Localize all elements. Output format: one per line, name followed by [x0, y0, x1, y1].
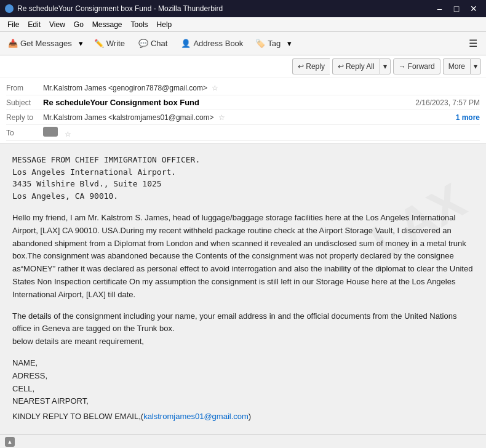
get-messages-group: 📥 Get Messages ▾ — [4, 34, 86, 53]
address-book-icon: 👤 — [181, 39, 191, 48]
app-icon — [5, 4, 14, 13]
email-content-area: LAX MESSAGE FROM CHIEF IMMIGRATION OFFIC… — [0, 144, 486, 434]
tag-arrow[interactable]: ▾ — [284, 34, 295, 53]
kindly-end: ) — [249, 412, 251, 421]
reply-all-group: ↩ Reply All ▾ — [332, 58, 391, 74]
reply-label: Reply — [306, 62, 325, 71]
email-date: 2/16/2023, 7:57 PM — [415, 98, 480, 107]
menu-edit[interactable]: Edit — [24, 19, 44, 30]
email-kindly-line: KINDLY REPLY TO BELOW EMAIL,(kalstromjam… — [12, 410, 474, 423]
get-messages-arrow[interactable]: ▾ — [76, 34, 86, 53]
tag-label: Tag — [268, 39, 281, 48]
connection-icon: ▲ — [5, 437, 15, 447]
more-button[interactable]: More — [443, 58, 470, 74]
write-button[interactable]: ✏️ Write — [89, 34, 130, 53]
menu-file[interactable]: File — [4, 19, 23, 30]
email-paragraph-1: Hello my friend, I am Mr. Kalstrom S. Ja… — [12, 212, 474, 302]
reply-all-arrow[interactable]: ▾ — [380, 58, 391, 74]
from-value: Mr.Kalstrom James <genogiron7878@gmail.c… — [43, 84, 480, 92]
menu-message[interactable]: Message — [89, 19, 126, 30]
address-book-button[interactable]: 👤 Address Book — [175, 34, 249, 53]
email-header: ↩ Reply ↩ Reply All ▾ → Forward More ▾ — [0, 55, 486, 144]
maximize-button[interactable]: □ — [449, 3, 464, 14]
reply-all-button[interactable]: ↩ Reply All — [332, 58, 380, 74]
more-label: More — [448, 62, 465, 71]
to-label: To — [6, 129, 43, 137]
forward-icon: → — [399, 62, 406, 71]
subject-label: Subject — [6, 98, 43, 107]
email-paragraph-2: The details of the consignment including… — [12, 310, 474, 348]
main-toolbar: 📥 Get Messages ▾ ✏️ Write 💬 Chat 👤 Addre… — [0, 32, 486, 55]
reply-all-label: Reply All — [346, 62, 375, 71]
reply-to-star-icon[interactable]: ☆ — [218, 113, 225, 122]
chat-label: Chat — [151, 39, 167, 48]
from-star-icon[interactable]: ☆ — [212, 84, 218, 92]
reply-to-label: Reply to — [6, 113, 43, 122]
kindly-text: KINDLY REPLY TO BELOW EMAIL,( — [12, 412, 143, 421]
menu-go[interactable]: Go — [70, 19, 87, 30]
subject-value: Re scheduleYour Consignment box Fund — [43, 98, 415, 107]
email-fields: From Mr.Kalstrom James <genogiron7878@gm… — [0, 78, 486, 143]
minimize-button[interactable]: ‒ — [432, 3, 447, 14]
from-label: From — [6, 84, 43, 92]
write-icon: ✏️ — [94, 39, 104, 48]
reply-to-text: Mr.Kalstrom James <kalstromjames01@gmail… — [43, 113, 214, 122]
more-recipients[interactable]: 1 more — [456, 113, 480, 122]
window-title: Re scheduleYour Consignment box Fund - M… — [17, 4, 223, 13]
hamburger-button[interactable]: ☰ — [464, 35, 482, 52]
main-layout: ↩ Reply ↩ Reply All ▾ → Forward More ▾ — [0, 55, 486, 448]
menu-tools[interactable]: Tools — [127, 19, 152, 30]
subject-row: Subject Re scheduleYour Consignment box … — [6, 95, 480, 110]
chat-icon: 💬 — [138, 39, 148, 48]
tag-group: 🏷️ Tag ▾ — [251, 34, 295, 53]
forward-label: Forward — [408, 62, 435, 71]
reply-group: ↩ Reply — [292, 58, 330, 74]
forward-button[interactable]: → Forward — [393, 58, 440, 74]
reply-to-row: Reply to Mr.Kalstrom James <kalstromjame… — [6, 110, 480, 125]
reply-to-value: Mr.Kalstrom James <kalstromjames01@gmail… — [43, 113, 456, 122]
reply-button[interactable]: ↩ Reply — [292, 58, 330, 74]
reply-all-icon: ↩ — [338, 62, 344, 71]
title-bar: Re scheduleYour Consignment box Fund - M… — [0, 0, 486, 17]
tag-button[interactable]: 🏷️ Tag — [251, 34, 284, 53]
menu-help[interactable]: Help — [153, 19, 176, 30]
to-row: To ☆ — [6, 125, 480, 141]
email-action-toolbar: ↩ Reply ↩ Reply All ▾ → Forward More ▾ — [0, 55, 486, 78]
recipient-avatar — [43, 127, 58, 137]
email-paragraph-3: Once I confirm you as the actual recipie… — [12, 432, 474, 434]
menu-bar: File Edit View Go Message Tools Help — [0, 17, 486, 32]
reply-icon: ↩ — [298, 62, 304, 71]
more-arrow[interactable]: ▾ — [470, 58, 481, 74]
menu-view[interactable]: View — [46, 19, 69, 30]
to-value: ☆ — [43, 127, 480, 138]
get-messages-label: Get Messages — [20, 39, 72, 48]
email-preformatted: MESSAGE FROM CHIEF IMMIGRATION OFFICER. … — [0, 144, 486, 212]
to-star-icon[interactable]: ☆ — [65, 130, 71, 138]
tag-icon: 🏷️ — [255, 39, 265, 48]
more-group: More ▾ — [443, 58, 481, 74]
from-row: From Mr.Kalstrom James <genogiron7878@gm… — [6, 81, 480, 95]
close-button[interactable]: ✕ — [466, 3, 481, 14]
get-messages-icon: 📥 — [8, 39, 18, 48]
get-messages-button[interactable]: 📥 Get Messages — [4, 34, 76, 53]
chat-button[interactable]: 💬 Chat — [133, 34, 173, 53]
wifi-symbol: ▲ — [7, 439, 13, 445]
reply-email-link[interactable]: kalstromjames01@gmail.com — [143, 412, 249, 421]
status-bar: ▲ — [0, 434, 486, 448]
email-scroll-area[interactable]: LAX MESSAGE FROM CHIEF IMMIGRATION OFFIC… — [0, 144, 486, 434]
write-label: Write — [106, 39, 125, 48]
address-book-label: Address Book — [193, 39, 243, 48]
email-body-section: Hello my friend, I am Mr. Kalstrom S. Ja… — [0, 212, 486, 434]
email-list: NAME, ADRESS, CELL, NEAREST AIRPORT, — [12, 357, 474, 408]
from-text: Mr.Kalstrom James <genogiron7878@gmail.c… — [43, 84, 207, 92]
